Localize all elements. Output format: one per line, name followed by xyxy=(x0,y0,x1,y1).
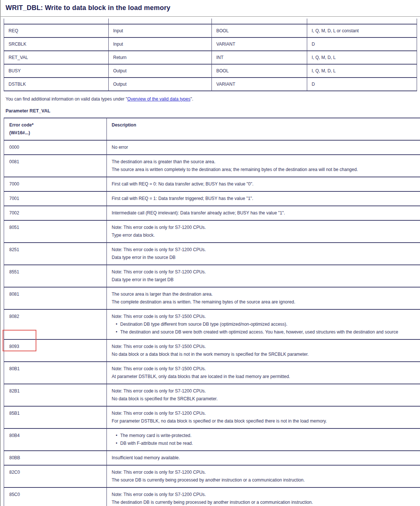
error-description: Note: This error code is only for S7-150… xyxy=(107,339,420,362)
description-line: Type error data block. xyxy=(112,231,420,239)
description-line: First call with REQ = 0: No data transfe… xyxy=(112,180,420,188)
description-line: Note: This error code is only for S7-120… xyxy=(112,246,420,254)
error-row-80B1: 80B1Note: This error code is only for S7… xyxy=(4,362,420,384)
description-line: Note: This error code is only for S7-120… xyxy=(112,410,420,417)
error-row-7000: 7000First call with REQ = 0: No data tra… xyxy=(4,177,420,191)
error-code-value: 85C0 xyxy=(4,487,107,506)
error-code-value: 0081 xyxy=(4,155,107,177)
error-code-value: 8051 xyxy=(4,220,107,243)
error-code-value: 8082 xyxy=(4,309,107,339)
error-description: Note: This error code is only for S7-120… xyxy=(107,384,420,406)
parameter-memory-area: I, Q, M, D, L xyxy=(307,51,417,64)
error-code-column-header: Error code* (W#16#...) xyxy=(4,118,107,140)
description-line: Note: This error code is only for S7-120… xyxy=(112,491,420,499)
description-line: At parameter DSTBLK, only data blocks th… xyxy=(112,373,420,381)
error-row-80B4: 80B4The memory card is write-protected.D… xyxy=(4,428,420,451)
description-bullet-item: The memory card is write-protected. xyxy=(112,432,420,440)
error-table-header-row: Error code* (W#16#...) Description xyxy=(4,118,420,140)
description-line: First call with REQ = 1: Data transfer t… xyxy=(112,195,420,203)
error-description: Note: This error code is only for S7-150… xyxy=(107,309,420,339)
description-line: For parameter DSTBLK, no data block is s… xyxy=(112,417,420,425)
error-code-value: 82B1 xyxy=(4,384,107,406)
description-line: Data type error in the source DB xyxy=(112,254,420,262)
error-row-8081: 8081The source area is larger than the d… xyxy=(4,287,420,309)
description-line: No data block or a data block that is no… xyxy=(112,351,420,358)
description-line: The destination DB is currently being pr… xyxy=(112,499,420,506)
description-bullet-item: DB with F-attribute must not be read. xyxy=(112,440,420,447)
error-description: Note: This error code is only for S7-120… xyxy=(107,265,420,287)
parameter-data-type: BOOL xyxy=(212,64,307,78)
error-row-8051: 8051Note: This error code is only for S7… xyxy=(4,220,420,243)
error-description: Note: This error code is only for S7-120… xyxy=(107,465,420,487)
description-line: Note: This error code is only for S7-150… xyxy=(112,365,420,373)
error-code-header-line2: (W#16#...) xyxy=(9,129,103,137)
description-line: No data block is specified for the SRCBL… xyxy=(112,395,420,403)
error-code-value: 8081 xyxy=(4,287,107,309)
parameter-row-srcblk: SRCBLKInputVARIANTD xyxy=(4,37,417,51)
parameter-memory-area: I, Q, M, D, L or constant xyxy=(307,24,417,37)
description-line: Note: This error code is only for S7-120… xyxy=(112,268,420,276)
error-code-value: 80B4 xyxy=(4,428,107,451)
description-line: Note: This error code is only for S7-120… xyxy=(112,387,420,395)
parameter-memory-area: D xyxy=(307,37,417,51)
error-code-value: 82C0 xyxy=(4,465,107,487)
parameter-memory-area: D xyxy=(307,78,417,91)
error-row-8082: 8082Note: This error code is only for S7… xyxy=(4,309,420,339)
error-description: The memory card is write-protected.DB wi… xyxy=(107,428,420,451)
parameter-name: REQ xyxy=(4,24,109,37)
parameter-name: DSTBLK xyxy=(4,78,109,91)
parameter-data-type: BOOL xyxy=(212,24,307,37)
error-code-value: 85B1 xyxy=(4,406,107,428)
parameter-declaration: Output xyxy=(109,64,212,78)
error-row-82C0: 82C0Note: This error code is only for S7… xyxy=(4,465,420,487)
error-description: Note: This error code is only for S7-120… xyxy=(107,406,420,428)
page-title: WRIT_DBL: Write to data block in the loa… xyxy=(6,4,420,12)
description-line: Note: This error code is only for S7-150… xyxy=(112,313,420,321)
description-header-label: Description xyxy=(112,121,420,129)
parameter-row-busy: BUSYOutputBOOLI, Q, M, D, L xyxy=(4,64,417,78)
error-row-7002: 7002Intermediate call (REQ irrelevant): … xyxy=(4,206,420,220)
parameter-name: SRCBLK xyxy=(4,37,109,51)
error-row-82B1: 82B1Note: This error code is only for S7… xyxy=(4,384,420,406)
description-line: The complete destination area is written… xyxy=(112,298,420,306)
error-code-header-line1: Error code* xyxy=(9,121,103,129)
error-row-7001: 7001First call with REQ = 1: Data transf… xyxy=(4,191,420,206)
description-line: Insufficient load memory available. xyxy=(112,454,420,462)
error-row-8551: 8551Note: This error code is only for S7… xyxy=(4,265,420,287)
error-row-85B1: 85B1Note: This error code is only for S7… xyxy=(4,406,420,428)
description-line: No error xyxy=(112,144,420,151)
error-code-value: 0000 xyxy=(4,140,107,155)
error-description: Note: This error code is only for S7-120… xyxy=(107,487,420,506)
error-row-8251: 8251Note: This error code is only for S7… xyxy=(4,243,420,265)
parameter-declaration: Input xyxy=(109,24,212,37)
description-line: The source DB is currently being process… xyxy=(112,476,420,484)
error-description: Note: This error code is only for S7-120… xyxy=(107,243,420,265)
description-line: Intermediate call (REQ irrelevant): Data… xyxy=(112,209,420,217)
parameter-data-type: VARIANT xyxy=(212,78,307,91)
parameter-table-clipped-row xyxy=(4,19,417,24)
section-heading-ret-val: Parameter RET_VAL xyxy=(6,108,420,114)
error-code-table: Error code* (W#16#...) Description 0000N… xyxy=(4,118,420,506)
error-code-value: 8251 xyxy=(4,243,107,265)
parameter-name: RET_VAL xyxy=(4,51,109,64)
description-line: The source area is written completely to… xyxy=(112,166,420,174)
error-row-80BB: 80BBInsufficient load memory available. xyxy=(4,451,420,465)
info-note-prefix: You can find additional information on v… xyxy=(6,96,127,102)
error-row-85C0: 85C0Note: This error code is only for S7… xyxy=(4,487,420,506)
error-code-value: 8551 xyxy=(4,265,107,287)
parameter-row-req: REQInputBOOLI, Q, M, D, L or constant xyxy=(4,24,417,37)
error-description: First call with REQ = 1: Data transfer t… xyxy=(107,191,420,206)
error-row-0081: 0081The destination area is greater than… xyxy=(4,155,420,177)
valid-data-types-link[interactable]: Overview of the valid data types xyxy=(127,96,190,102)
error-code-value: 80B1 xyxy=(4,362,107,384)
error-code-value: 7000 xyxy=(4,177,107,191)
error-description: The destination area is greater than the… xyxy=(107,155,420,177)
parameter-declaration: Return xyxy=(109,51,212,64)
parameter-declaration: Input xyxy=(109,37,212,51)
title-bar: WRIT_DBL: Write to data block in the loa… xyxy=(0,0,420,17)
error-description: No error xyxy=(107,140,420,155)
error-row-0000: 0000No error xyxy=(4,140,420,155)
info-note: You can find additional information on v… xyxy=(6,96,420,102)
description-line: The destination area is greater than the… xyxy=(112,158,420,166)
error-description: Note: This error code is only for S7-150… xyxy=(107,362,420,384)
